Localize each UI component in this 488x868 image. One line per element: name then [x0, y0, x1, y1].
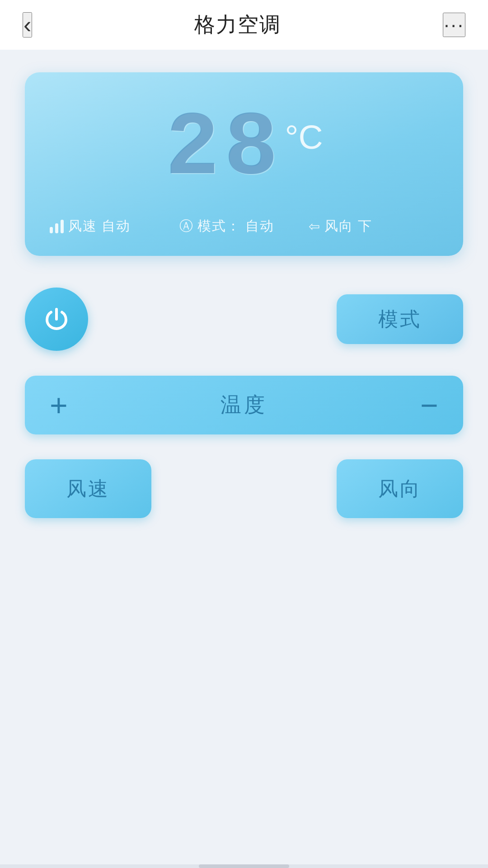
wind-bar-1: [50, 227, 53, 233]
power-icon: [42, 305, 71, 334]
temp-label: 温度: [221, 391, 267, 419]
control-row-1: 模式: [25, 288, 463, 351]
header: ‹ 格力空调 ···: [0, 0, 488, 50]
main-content: 28 °C 风速 自动 Ⓐ 模式： 自动 ⇦ 风向: [0, 50, 488, 518]
direction-value: 下: [358, 217, 372, 236]
more-button[interactable]: ···: [443, 13, 465, 37]
power-button[interactable]: [25, 288, 88, 351]
control-row-3: 风速 风向: [25, 459, 463, 518]
controls-area: 模式 + 温度 − 风速 风向: [25, 288, 463, 518]
temp-increase-button[interactable]: +: [50, 390, 68, 420]
display-card: 28 °C 风速 自动 Ⓐ 模式： 自动 ⇦ 风向: [25, 72, 463, 256]
temperature-unit: °C: [285, 118, 323, 156]
wind-speed-value: 自动: [102, 217, 131, 236]
wind-bar-2: [55, 223, 58, 233]
bottom-indicator: [199, 864, 289, 868]
page-title: 格力空调: [194, 11, 281, 39]
wind-speed-label: 风速: [68, 217, 97, 236]
temp-decrease-button[interactable]: −: [420, 390, 438, 420]
mode-icon: Ⓐ: [179, 217, 193, 236]
wind-bars-icon: [50, 220, 64, 233]
mode-label: 模式：: [197, 217, 241, 236]
wind-direction-button[interactable]: 风向: [337, 459, 463, 518]
back-button[interactable]: ‹: [23, 12, 32, 38]
wind-speed-status: 风速 自动: [50, 217, 179, 236]
wind-bar-3: [61, 220, 64, 233]
wind-speed-button[interactable]: 风速: [25, 459, 151, 518]
temperature-bar: + 温度 −: [25, 376, 463, 434]
bottom-bar: [0, 864, 488, 868]
direction-icon: ⇦: [309, 218, 320, 234]
control-row-2: + 温度 −: [25, 376, 463, 434]
mode-value: 自动: [245, 217, 274, 236]
mode-button[interactable]: 模式: [337, 294, 463, 344]
mode-status: Ⓐ 模式： 自动: [179, 217, 309, 236]
direction-status: ⇦ 风向 下: [309, 217, 438, 236]
temperature-value: 28: [165, 104, 282, 194]
status-bar: 风速 自动 Ⓐ 模式： 自动 ⇦ 风向 下: [50, 217, 438, 236]
temperature-display: 28 °C: [50, 95, 438, 212]
direction-label: 风向: [324, 217, 353, 236]
